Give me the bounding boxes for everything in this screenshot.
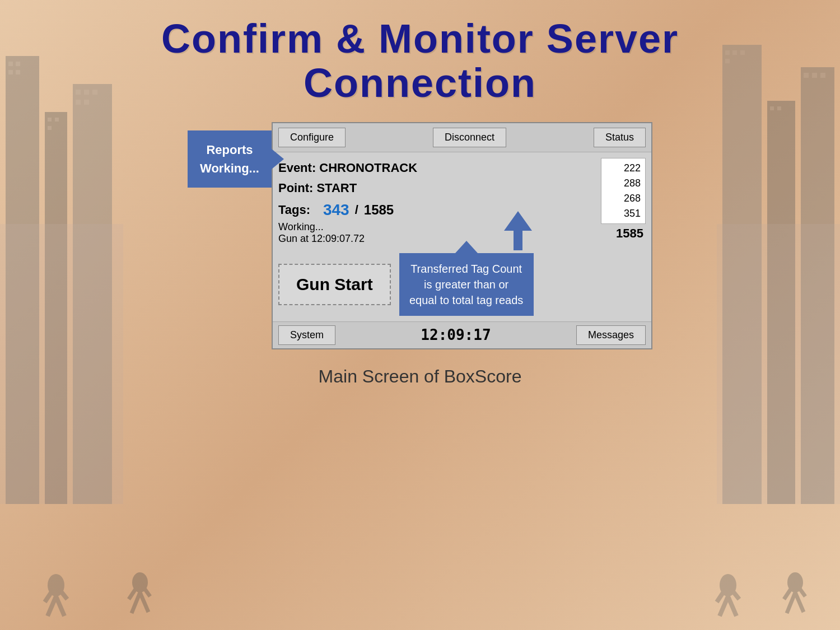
gun-start-button[interactable]: Gun Start xyxy=(278,264,391,305)
disconnect-button[interactable]: Disconnect xyxy=(433,128,506,147)
total-count: 1585 xyxy=(616,226,646,241)
tags-row: Tags: 343 / 1585 xyxy=(278,201,595,219)
gun-time-text: Gun at 12:09:07.72 xyxy=(278,233,595,245)
status-item-4: 351 xyxy=(606,206,641,221)
tags-label: Tags: xyxy=(278,203,318,217)
time-display: 12:09:17 xyxy=(421,326,491,343)
status-button[interactable]: Status xyxy=(594,128,646,147)
sidebar-panel: Reports Working... xyxy=(188,130,272,188)
point-label: Point: xyxy=(278,181,313,195)
top-toolbar: Configure Disconnect Status xyxy=(273,123,651,152)
sidebar-reports-label: Reports xyxy=(200,141,259,159)
system-button[interactable]: System xyxy=(278,325,335,345)
sidebar-working-label: Working... xyxy=(200,159,259,178)
main-window: Configure Disconnect Status Event: CHRON… xyxy=(272,122,652,349)
big-up-arrow-icon xyxy=(501,211,535,250)
working-text: Working... xyxy=(278,221,595,233)
point-value: START xyxy=(316,181,357,195)
status-item-2: 288 xyxy=(606,176,641,191)
main-title: Confirm & Monitor Server Connection xyxy=(161,17,679,105)
tags-current-count: 343 xyxy=(323,201,349,219)
tooltip-text: Transferred Tag Count is greater than or… xyxy=(409,263,523,306)
event-row: Event: CHRONOTRACK xyxy=(278,158,595,178)
title-line1: Confirm & Monitor Server xyxy=(161,17,679,61)
app-container: Reports Working... Configure Disconnect … xyxy=(188,122,652,349)
tooltip-arrow-up-icon xyxy=(455,241,478,253)
title-line2: Connection xyxy=(161,61,679,105)
point-row: Point: START xyxy=(278,178,595,198)
event-info: Event: CHRONOTRACK Point: START xyxy=(278,158,595,197)
sidebar-arrow xyxy=(272,149,284,169)
bottom-toolbar: System 12:09:17 Messages xyxy=(273,321,651,348)
working-area: Working... Gun at 12:09:07.72 xyxy=(278,221,595,245)
page-content: Confirm & Monitor Server Connection Repo… xyxy=(0,0,840,630)
tags-separator: / xyxy=(355,203,358,217)
tags-total-count: 1585 xyxy=(364,202,394,218)
subtitle: Main Screen of BoxScore xyxy=(319,366,522,387)
messages-button[interactable]: Messages xyxy=(576,325,646,345)
svg-marker-49 xyxy=(504,211,532,250)
status-item-1: 222 xyxy=(606,161,641,176)
configure-button[interactable]: Configure xyxy=(278,128,346,147)
left-content: Event: CHRONOTRACK Point: START Tags: 34… xyxy=(278,158,595,315)
gun-start-area: Gun Start Transferred Tag Count is great… xyxy=(278,253,595,316)
content-area: Event: CHRONOTRACK Point: START Tags: 34… xyxy=(273,152,651,321)
event-label: Event: xyxy=(278,161,316,175)
event-value: CHRONOTRACK xyxy=(319,161,417,175)
tooltip-container: Transferred Tag Count is greater than or… xyxy=(399,253,534,316)
right-panel: 222 288 268 351 1585 xyxy=(601,158,646,315)
tooltip-box: Transferred Tag Count is greater than or… xyxy=(399,253,534,316)
status-list: 222 288 268 351 xyxy=(601,158,646,224)
status-item-3: 268 xyxy=(606,191,641,206)
